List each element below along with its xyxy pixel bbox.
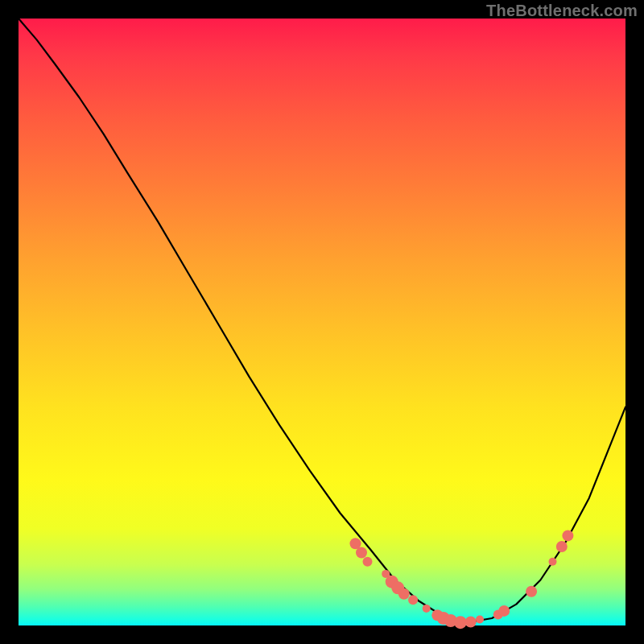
- data-marker: [526, 586, 537, 597]
- watermark-text: TheBottleneck.com: [486, 2, 638, 20]
- plot-area: [19, 19, 625, 625]
- data-marker: [408, 595, 418, 605]
- data-marker: [498, 605, 510, 617]
- data-marker: [476, 616, 484, 624]
- bottleneck-curve: [19, 19, 625, 622]
- data-marker: [423, 605, 431, 613]
- data-marker: [363, 557, 373, 567]
- data-marker: [465, 617, 477, 628]
- chart-svg: [19, 19, 625, 625]
- data-marker: [556, 541, 568, 552]
- data-marker: [562, 530, 573, 541]
- data-marker: [398, 588, 410, 600]
- data-marker: [356, 547, 367, 559]
- data-marker: [454, 616, 467, 629]
- data-marker: [549, 558, 557, 566]
